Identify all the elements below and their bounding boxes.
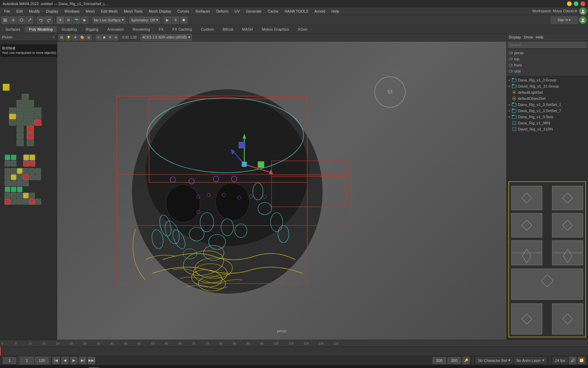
menu-haha-tools[interactable]: HAHA TOOLS <box>282 9 311 14</box>
tab-sculpting[interactable]: Sculpting <box>58 26 81 32</box>
menu-deform[interactable]: Deform <box>213 9 231 14</box>
stop-btn[interactable]: ⏹ <box>180 16 187 24</box>
viewport-area[interactable]: ⚄ 💡 👁 🎨 ⊞ ⊡ ◼ ⊞ ⊟ 0.00 1.00 ACES 1.0 SD <box>57 33 506 340</box>
playback-end-val[interactable]: 200 <box>432 357 446 364</box>
tab-bifrost[interactable]: Bifrost <box>218 26 237 32</box>
tab-rigging[interactable]: Rigging <box>82 26 102 32</box>
tree-david-31rn[interactable]: ▸ David_Rig_v1_31RN <box>507 126 588 132</box>
panels-btn[interactable]: ⊞ <box>86 34 92 41</box>
menu-generate[interactable]: Generate <box>243 9 264 14</box>
taskbar-edge-btn[interactable]: 🌐 <box>15 367 26 368</box>
menu-mesh-display[interactable]: Mesh Display <box>146 9 174 14</box>
redo-btn[interactable] <box>45 16 53 24</box>
loop-btn[interactable]: 🔁 <box>578 357 585 364</box>
frame-current-value[interactable]: 1 <box>20 357 34 364</box>
shade-wire-btn[interactable]: ⊞ <box>107 34 113 41</box>
wireframe-btn[interactable]: ⊡ <box>96 34 101 41</box>
menu-mesh[interactable]: Mesh <box>83 9 98 14</box>
go-to-start-btn[interactable]: |◀ <box>52 357 60 364</box>
frame-end-value[interactable]: 120 <box>35 357 49 364</box>
menu-arnold[interactable]: Arnold <box>312 9 328 14</box>
no-anim-layer-btn[interactable]: No Anim Layer ▾ <box>514 357 547 364</box>
tab-mash[interactable]: MASH <box>238 26 257 32</box>
tree-dana-group[interactable]: ▸ Dana_Rig_v1_3:Group <box>507 77 588 83</box>
tab-poly-modeling[interactable]: Poly Modeling <box>25 26 56 32</box>
menu-display[interactable]: Display <box>43 9 61 14</box>
fps-display[interactable]: 24 fps <box>553 357 568 364</box>
viewport-canvas[interactable]: M persp <box>57 42 506 340</box>
timeline-track[interactable] <box>0 347 588 355</box>
taskbar-search-btn[interactable]: 🔍 <box>64 367 75 368</box>
minimize-button[interactable] <box>567 1 572 6</box>
prev-frame-btn[interactable]: ◀ <box>61 357 69 364</box>
play-btn-2[interactable]: ▶ <box>70 357 78 364</box>
pause-btn[interactable]: ⏸ <box>172 16 179 24</box>
color-profile-dropdown[interactable]: ACES 1.0 SDR-video (sRGB) ▾ <box>141 34 192 41</box>
menu-uv[interactable]: UV <box>232 9 242 14</box>
sign-in-btn[interactable]: Sign In ▾ <box>551 16 578 24</box>
menu-edit[interactable]: Edit <box>14 9 26 14</box>
menu-curves[interactable]: Curves <box>175 9 192 14</box>
tree-default-object-set[interactable]: ▸ defaultObjectSet <box>507 95 588 102</box>
view-side[interactable]: side <box>507 68 588 74</box>
show-btn[interactable]: 👁 <box>72 34 78 41</box>
tab-surfaces[interactable]: Surfaces <box>1 26 24 32</box>
smooth-shade-btn[interactable]: ◼ <box>101 34 107 41</box>
tree-dana-sets[interactable]: ▸ Dana_Rig_v1_3:Sets <box>507 114 588 120</box>
camera-btn[interactable]: 📷 <box>73 16 80 24</box>
taskbar-folder-btn[interactable]: 📁 <box>27 367 38 368</box>
user-icon[interactable] <box>579 16 587 24</box>
tree-dana-setset7[interactable]: ▸ Dana_Rig_v1_3:SetSet_7 <box>507 108 588 114</box>
undo-btn[interactable] <box>37 16 45 24</box>
profile-icon[interactable] <box>579 7 587 15</box>
grid-btn[interactable]: ⊞ <box>65 16 72 24</box>
tree-david-group[interactable]: ▸ David_Rig_v1_31:Group <box>507 83 588 89</box>
tab-fx[interactable]: FX <box>155 26 168 32</box>
menu-windows[interactable]: Windows <box>62 9 82 14</box>
view-top[interactable]: top <box>507 56 588 62</box>
tree-default-light-set[interactable]: ▸ defaultLightSet <box>507 89 588 95</box>
view-front[interactable]: front <box>507 62 588 68</box>
close-button[interactable] <box>581 1 585 6</box>
menu-edit-mesh[interactable]: Edit Mesh <box>98 9 120 14</box>
render-btn[interactable]: ▶ <box>81 16 88 24</box>
tree-dana-3rn[interactable]: ▸ Dana_Rig_v1_3RN <box>507 120 588 126</box>
tab-animation[interactable]: Animation <box>103 26 128 32</box>
taskbar-user-btn[interactable]: 👤 <box>39 367 50 368</box>
play-btn[interactable]: ▶ <box>164 16 171 24</box>
taskbar-start-btn[interactable] <box>3 367 14 368</box>
tree-dana-setset1[interactable]: ▸ Dana_Rig_v1_3:SetSet_1 <box>507 102 588 108</box>
menu-modify[interactable]: Modify <box>26 9 43 14</box>
symmetry-dropdown[interactable]: Symmetry: Off ▾ <box>129 17 160 24</box>
tab-xgen[interactable]: XGen <box>294 26 311 32</box>
frame-current[interactable]: 1 120 <box>18 356 51 365</box>
live-surface-dropdown[interactable]: No Live Surface ▾ <box>92 17 126 24</box>
outliner-display-menu[interactable]: Display <box>509 35 521 39</box>
audio-btn[interactable]: 🔊 <box>569 357 576 364</box>
taskbar-game-btn[interactable]: 🎮 <box>76 367 87 368</box>
view-persp[interactable]: persp <box>507 50 588 56</box>
rig-control-panel[interactable] <box>508 181 587 338</box>
snap-btn[interactable]: ✦ <box>56 16 64 24</box>
no-character-set-btn[interactable]: No Character Set ▾ <box>476 357 513 364</box>
taskbar-record-btn[interactable]: ⏺ <box>52 367 63 368</box>
tab-custom[interactable]: Custom <box>197 26 218 32</box>
keying-btn[interactable]: 🔑 <box>462 357 470 364</box>
playback-end-2[interactable]: 200 <box>447 357 461 364</box>
select-tool-btn[interactable] <box>1 16 9 24</box>
tab-motion-graphics[interactable]: Motion Graphics <box>258 26 293 32</box>
move-tool-btn[interactable] <box>10 16 17 24</box>
outliner-search-input[interactable] <box>508 42 587 48</box>
next-frame-btn[interactable]: ▶| <box>79 357 86 364</box>
menu-file[interactable]: File <box>1 9 13 14</box>
menu-mesh-tools[interactable]: Mesh Tools <box>121 9 145 14</box>
taskbar-misc-btn[interactable]: 📋 <box>101 367 112 368</box>
texture-btn[interactable]: ⊟ <box>113 34 118 41</box>
outliner-show-menu[interactable]: Show <box>524 35 533 39</box>
menu-surfaces[interactable]: Surfaces <box>193 9 213 14</box>
tab-fx-caching[interactable]: FX Caching <box>168 26 196 32</box>
renderer-btn[interactable]: 🎨 <box>79 34 85 41</box>
tab-rendering[interactable]: Rendering <box>129 26 154 32</box>
lighting-btn[interactable]: 💡 <box>65 34 71 41</box>
workspace-label[interactable]: Workspace: Maya Classic▾ <box>532 9 577 13</box>
